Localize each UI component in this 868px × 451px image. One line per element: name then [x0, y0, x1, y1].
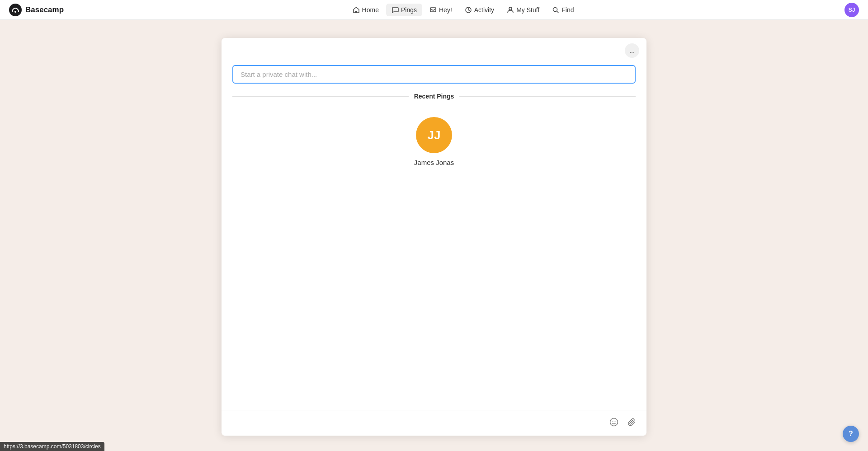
message-bar: [222, 410, 646, 436]
status-bar: https://3.basecamp.com/5031803/circles: [0, 442, 104, 451]
nav-item-my-stuff[interactable]: My Stuff: [501, 4, 545, 16]
section-label: Recent Pings: [414, 93, 454, 100]
search-container: [222, 58, 646, 89]
nav-item-home[interactable]: Home: [347, 4, 384, 16]
emoji-button[interactable]: [607, 416, 621, 430]
home-icon: [353, 6, 360, 14]
svg-point-7: [610, 418, 618, 426]
ping-user-initials: JJ: [428, 128, 441, 142]
svg-point-1: [14, 11, 16, 13]
svg-point-0: [9, 4, 22, 16]
section-divider: Recent Pings: [222, 89, 646, 103]
pings-content: JJ James Jonas: [222, 103, 646, 410]
navbar-right: SJ: [844, 3, 859, 17]
svg-point-9: [615, 421, 616, 422]
svg-point-8: [613, 421, 613, 422]
nav-label-home: Home: [362, 6, 379, 14]
divider-line-left: [232, 96, 409, 97]
panel-top-bar: ...: [222, 38, 646, 58]
svg-rect-3: [430, 8, 436, 12]
logo-link[interactable]: Basecamp: [9, 4, 64, 16]
main-content: ... Recent Pings JJ James Jonas: [0, 20, 868, 451]
pings-panel: ... Recent Pings JJ James Jonas: [222, 38, 646, 436]
attachment-icon: [627, 418, 637, 429]
dots-menu-button[interactable]: ...: [625, 43, 639, 58]
nav-label-my-stuff: My Stuff: [516, 6, 539, 14]
svg-rect-2: [355, 11, 357, 13]
my-stuff-icon: [507, 6, 514, 14]
help-button[interactable]: ?: [843, 426, 859, 442]
hey-icon: [429, 6, 437, 14]
message-input[interactable]: [229, 417, 603, 430]
search-input[interactable]: [232, 65, 636, 84]
nav-item-pings[interactable]: Pings: [386, 4, 422, 16]
nav-label-pings: Pings: [401, 6, 417, 14]
main-nav: Home Pings Hey!: [82, 4, 844, 16]
nav-item-find[interactable]: Find: [547, 4, 579, 16]
find-icon: [552, 6, 559, 14]
pings-icon: [392, 6, 399, 14]
divider-line-right: [459, 96, 636, 97]
navbar: Basecamp Home Pings: [0, 0, 868, 20]
activity-icon: [465, 6, 472, 14]
svg-point-5: [509, 7, 512, 10]
basecamp-logo-icon: [9, 4, 22, 16]
ping-user-name: James Jonas: [414, 159, 454, 166]
nav-item-hey[interactable]: Hey!: [424, 4, 458, 16]
emoji-icon: [609, 418, 618, 429]
user-avatar[interactable]: SJ: [844, 3, 859, 17]
attachment-button[interactable]: [625, 416, 639, 430]
ping-user-avatar: JJ: [416, 117, 452, 153]
svg-point-6: [553, 7, 557, 11]
nav-label-find: Find: [561, 6, 574, 14]
nav-label-activity: Activity: [474, 6, 494, 14]
logo-text: Basecamp: [25, 5, 64, 14]
nav-label-hey: Hey!: [439, 6, 452, 14]
nav-item-activity[interactable]: Activity: [459, 4, 500, 16]
ping-user-item[interactable]: JJ James Jonas: [410, 113, 458, 171]
